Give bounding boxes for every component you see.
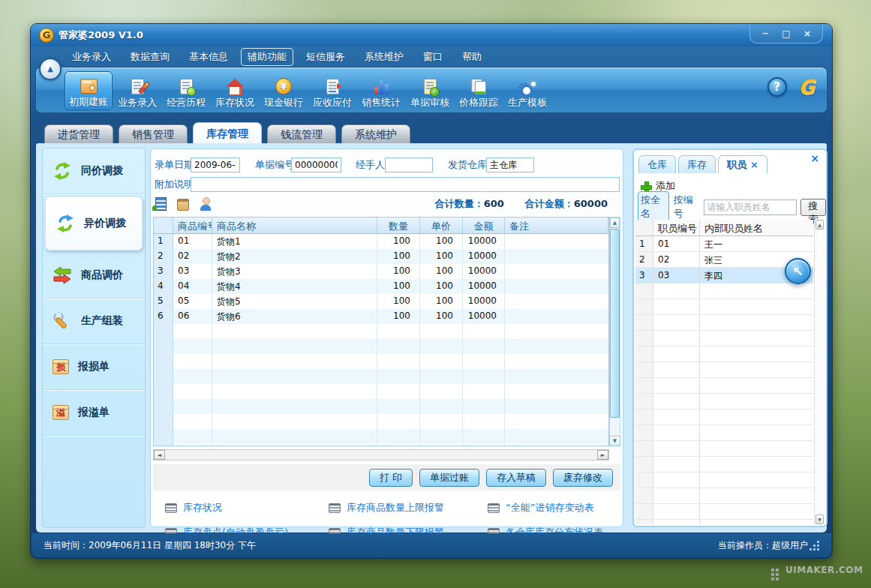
staff-row-empty — [635, 410, 813, 425]
resize-grip[interactable] — [817, 548, 819, 550]
doc-no-input[interactable] — [291, 158, 341, 172]
uimaker-logo-icon — [771, 568, 774, 572]
toolbar-price-tracking[interactable]: 价格跟踪 — [455, 71, 503, 110]
tab-staff[interactable]: 职员× — [718, 155, 767, 173]
tab-purchase-management[interactable]: 进货管理 — [44, 124, 113, 143]
date-input[interactable] — [191, 158, 240, 172]
staff-row[interactable]: 101王一 — [635, 236, 813, 252]
wrench-icon — [53, 311, 72, 331]
sidebar-item-production-assembly[interactable]: 生产组装 — [43, 298, 145, 344]
sidebar-item-overflow-report[interactable]: 溢 报溢单 — [43, 390, 145, 436]
collapse-toolbar-button[interactable]: ▲ — [39, 58, 62, 80]
wallet-icon — [80, 76, 98, 94]
scroll-down-icon[interactable]: ▼ — [609, 436, 620, 446]
toolbar-cash-bank[interactable]: ¥ 现金银行 — [260, 71, 308, 110]
toolbar-inventory-status[interactable]: 库存状况 — [211, 71, 259, 110]
discard-changes-button[interactable]: 废弃修改 — [553, 469, 613, 487]
link-upper-limit-alarm[interactable]: 库存商品数量上限报警 — [329, 501, 488, 514]
bar-chart-icon — [374, 76, 389, 94]
toolbar-production-template[interactable]: 生产模板 — [503, 71, 551, 110]
col-product-name[interactable]: 商品名称 — [212, 218, 377, 233]
staff-row-empty — [635, 284, 813, 299]
scroll-up-icon[interactable]: ▲ — [610, 218, 620, 228]
save-draft-button[interactable]: 存入草稿 — [486, 469, 546, 487]
sidebar-item-loss-report[interactable]: 损 报损单 — [43, 344, 145, 390]
link-inventory-status[interactable]: 库存状况 — [165, 501, 329, 514]
stock-shortcut-icon[interactable] — [177, 199, 189, 211]
sync-blue-green-icon — [56, 214, 75, 233]
horizontal-scrollbar: ◄ ► — [153, 449, 609, 460]
scroll-right-icon[interactable]: ► — [597, 450, 608, 460]
sidebar-item-diff-price-transfer[interactable]: 异价调拨 — [45, 196, 143, 250]
menu-item-sms[interactable]: 短信服务 — [297, 48, 354, 66]
warehouse-input[interactable] — [486, 158, 534, 172]
table-row-empty — [154, 444, 608, 446]
col-remark[interactable]: 备注 — [505, 218, 608, 233]
toolbar-receivable-payable[interactable]: 应收应付 — [308, 71, 356, 110]
toolbar-doc-audit[interactable]: 单据审核 — [406, 71, 454, 110]
filter-by-code-button[interactable]: 按编号 — [673, 194, 700, 220]
toolbar-sales-stats[interactable]: 销售统计 — [357, 71, 405, 110]
sidebar-item-same-price-transfer[interactable]: 同价调拨 — [43, 148, 145, 194]
table-row-empty — [154, 384, 608, 399]
menu-item-data-query[interactable]: 数据查询 — [122, 48, 179, 66]
menu-item-window[interactable]: 窗口 — [414, 48, 452, 66]
sidebar: 同价调拨 异价调拨 商品调价 — [42, 148, 146, 528]
window-title: 管家婆2009 V1.0 — [59, 24, 143, 46]
menu-item-auxiliary[interactable]: 辅助功能 — [241, 48, 293, 66]
tab-inventory-management[interactable]: 库存管理 — [193, 122, 262, 143]
table-row[interactable]: 606货物610010010000 — [154, 309, 608, 324]
menu-item-business-entry[interactable]: 业务录入 — [63, 48, 120, 66]
table-row[interactable]: 404货物410010010000 — [154, 279, 608, 294]
sidebar-item-price-adjust[interactable]: 商品调价 — [43, 253, 145, 298]
scroll-up-icon[interactable]: ▲ — [815, 220, 824, 230]
toolbar-initial-setup[interactable]: 初期建账 — [65, 71, 113, 110]
link-omni-change-report[interactable]: “全能”进销存变动表 — [488, 501, 620, 514]
handler-input[interactable] — [385, 158, 433, 172]
staff-search-input[interactable] — [704, 200, 797, 215]
price-track-icon — [471, 76, 486, 94]
post-document-button[interactable]: 单据过账 — [419, 469, 479, 487]
status-bar: 当前时间：2009年06月11日 星期四 18时30分 下午 当前操作员：超级用… — [32, 533, 831, 557]
panel-close-icon[interactable]: × — [810, 152, 819, 164]
table-row[interactable]: 101货物110010010000 — [154, 234, 608, 249]
menu-item-help[interactable]: 帮助 — [453, 48, 491, 66]
items-table-header: 商品编号 商品名称 数量 单价 金额 备注 — [154, 218, 608, 234]
col-unit-price[interactable]: 单价 — [420, 218, 463, 233]
col-amount[interactable]: 金额 — [463, 218, 505, 233]
staff-shortcut-icon[interactable] — [200, 197, 212, 211]
table-row[interactable]: 505货物510010010000 — [154, 294, 608, 309]
tab-sales-management[interactable]: 销售管理 — [119, 124, 188, 143]
filter-by-name-button[interactable]: 按全名 — [638, 191, 669, 223]
col-quantity[interactable]: 数量 — [377, 218, 420, 233]
maximize-button[interactable]: □ — [777, 27, 795, 40]
print-button[interactable]: 打 印 — [369, 469, 413, 487]
warehouse-shortcut-icon[interactable] — [155, 197, 167, 211]
minimize-button[interactable]: ─ — [756, 27, 774, 40]
search-button[interactable]: 搜索 — [800, 199, 827, 216]
toolbar-business-entry[interactable]: 业务录入 — [113, 71, 161, 110]
table-row[interactable]: 202货物210010010000 — [154, 249, 608, 264]
staff-row-empty — [635, 315, 813, 331]
scroll-left-icon[interactable]: ◄ — [154, 450, 165, 460]
tab-system-maintenance[interactable]: 系统维护 — [341, 124, 410, 143]
staff-row-empty — [635, 457, 813, 472]
tab-stock[interactable]: 库存 — [678, 155, 716, 173]
scroll-down-icon[interactable]: ▼ — [815, 514, 824, 524]
note-input[interactable] — [191, 177, 620, 192]
report-icon — [165, 503, 177, 513]
tab-cashflow-management[interactable]: 钱流管理 — [267, 124, 336, 143]
close-button[interactable]: × — [798, 27, 816, 40]
scrollbar-thumb[interactable] — [610, 229, 620, 418]
toolbar-business-history[interactable]: 经营历程 — [162, 71, 210, 110]
close-tab-icon[interactable]: × — [750, 159, 758, 170]
total-qty-label: 合计数量： — [435, 198, 484, 209]
gears-icon — [518, 76, 536, 94]
col-product-code[interactable]: 商品编号 — [173, 218, 212, 233]
menu-item-system-maintenance[interactable]: 系统维护 — [356, 48, 413, 66]
menu-item-basic-info[interactable]: 基本信息 — [180, 48, 237, 66]
mini-icons — [155, 197, 212, 211]
tab-warehouse[interactable]: 仓库 — [638, 155, 676, 173]
table-row[interactable]: 303货物310010010000 — [154, 264, 608, 279]
help-button[interactable]: ? — [767, 77, 787, 97]
